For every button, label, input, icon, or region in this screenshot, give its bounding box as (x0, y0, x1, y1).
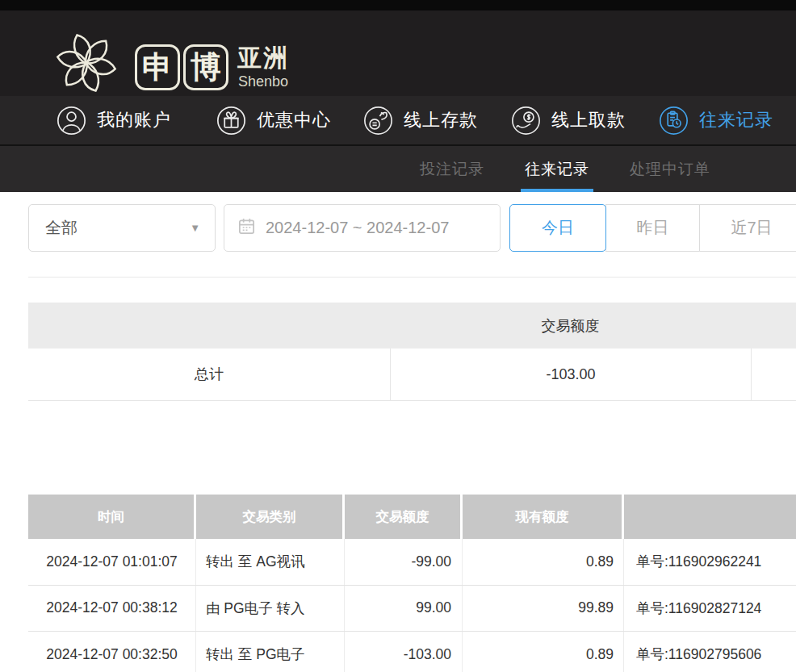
main-nav: 我的账户 优惠中心 线上存款 (0, 96, 796, 144)
brand-char-bo: 博 (183, 44, 228, 90)
cell-amount: -103.00 (345, 632, 463, 672)
cell-type: 转出 至 PG电子 (196, 632, 345, 672)
records-table: 时间 交易类别 交易额度 现有额度 2024-12-07 01:01:07 转出… (28, 495, 796, 672)
cell-amount: -99.00 (345, 539, 463, 585)
tab-processing-orders[interactable]: 处理中订单 (610, 146, 731, 192)
nav-item-promotions[interactable]: 优惠中心 (216, 96, 331, 144)
cell-type: 转出 至 AG视讯 (196, 539, 345, 585)
cell-type: 由 PG电子 转入 (196, 586, 345, 632)
quick-date-buttons: 今日 昨日 近7日 (509, 204, 796, 252)
nav-item-deposit[interactable]: 线上存款 (363, 96, 478, 144)
summary-total-value: -103.00 (390, 349, 751, 401)
calendar-icon (237, 217, 256, 239)
table-row: 2024-12-07 00:32:50 转出 至 PG电子 -103.00 0.… (28, 632, 796, 672)
summary-total-label: 总计 (28, 365, 390, 384)
col-header-balance: 现有额度 (463, 495, 624, 539)
summary-header-row: 交易额度 (28, 303, 796, 349)
table-row: 2024-12-07 01:01:07 转出 至 AG视讯 -99.00 0.8… (28, 539, 796, 586)
today-button[interactable]: 今日 (509, 204, 606, 252)
nav-item-label: 线上取款 (551, 108, 626, 132)
date-range-value: 2024-12-07 ~ 2024-12-07 (266, 219, 449, 237)
logo-band: 申 博 亚洲 Shenbo (0, 10, 796, 96)
withdraw-icon (511, 106, 541, 136)
nav-item-my-account[interactable]: 我的账户 (57, 96, 171, 144)
col-header-order (624, 495, 796, 539)
yesterday-button[interactable]: 昨日 (605, 204, 700, 252)
category-selected-value: 全部 (29, 217, 78, 239)
gift-icon (216, 106, 246, 136)
user-icon (57, 106, 86, 136)
brand-subtitle: Shenbo (238, 73, 288, 90)
top-strip (0, 0, 796, 10)
table-row: 2024-12-07 00:38:12 由 PG电子 转入 99.00 99.8… (28, 586, 796, 632)
brand-region-label: 亚洲 (237, 44, 289, 72)
cell-balance: 0.89 (463, 632, 624, 672)
tab-betting-records[interactable]: 投注记录 (408, 146, 496, 192)
cell-amount: 99.00 (345, 586, 463, 632)
nav-item-label: 优惠中心 (257, 108, 331, 132)
col-header-amount: 交易额度 (345, 495, 463, 539)
summary-table: 交易额度 总计 -103.00 (28, 303, 796, 401)
cell-time: 2024-12-07 00:38:12 (28, 586, 196, 632)
last7days-button[interactable]: 近7日 (699, 204, 796, 252)
tab-transfer-records[interactable]: 往来记录 (513, 146, 601, 192)
chevron-down-icon: ▼ (190, 222, 200, 234)
brand-char-shen: 申 (135, 44, 180, 90)
summary-total-empty (751, 349, 796, 401)
category-select[interactable]: 全部 ▼ (28, 204, 216, 252)
records-icon (659, 106, 689, 136)
nav-item-withdraw[interactable]: 线上取款 (511, 96, 626, 144)
cell-time: 2024-12-07 00:32:50 (28, 632, 196, 672)
summary-total-row: 总计 -103.00 (28, 349, 796, 401)
cell-balance: 99.89 (463, 586, 624, 632)
deposit-icon (363, 106, 393, 136)
col-header-time: 时间 (28, 495, 196, 539)
cell-order: 单号:116902795606 (624, 632, 796, 672)
flower-logo-icon (47, 24, 126, 105)
records-subnav: 投注记录 往来记录 处理中订单 (0, 146, 796, 192)
cell-order: 单号:116902827124 (624, 586, 796, 632)
records-header-row: 时间 交易类别 交易额度 现有额度 (28, 495, 796, 539)
nav-item-label: 线上存款 (404, 108, 478, 132)
nav-item-label: 我的账户 (97, 108, 171, 132)
col-header-type: 交易类别 (196, 495, 345, 539)
date-range-input[interactable]: 2024-12-07 ~ 2024-12-07 (224, 204, 501, 252)
filter-separator (28, 277, 796, 278)
nav-item-transfer-records[interactable]: 往来记录 (659, 96, 773, 144)
nav-item-label: 往来记录 (699, 108, 773, 132)
active-tab-underline (521, 189, 593, 192)
cell-time: 2024-12-07 01:01:07 (28, 539, 196, 585)
summary-header-amount: 交易额度 (390, 316, 751, 336)
cell-balance: 0.89 (463, 539, 624, 585)
cell-order: 单号:116902962241 (624, 539, 796, 585)
